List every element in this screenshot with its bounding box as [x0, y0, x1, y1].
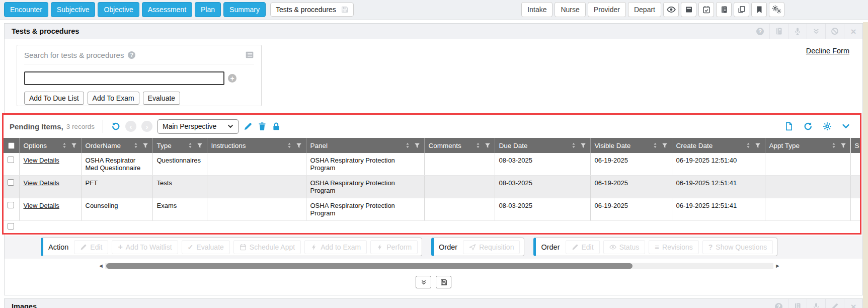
- scrollbar-thumb[interactable]: [106, 263, 633, 269]
- close-icon[interactable]: ×: [844, 299, 862, 308]
- nav-objective-button[interactable]: Objective: [98, 2, 139, 17]
- nav-summary-button[interactable]: Summary: [223, 2, 266, 17]
- add-to-waitlist-button[interactable]: +Add To Waitlist: [112, 240, 178, 254]
- edit-perspective-icon[interactable]: [244, 122, 253, 131]
- search-help-icon[interactable]: ?: [128, 51, 135, 59]
- sort-icon: [286, 142, 292, 148]
- list-view-icon[interactable]: [245, 50, 254, 59]
- edit-pencil-icon[interactable]: [825, 299, 844, 308]
- scroll-left-arrow[interactable]: ◄: [98, 263, 104, 269]
- collapse-grid-chevron-icon[interactable]: [842, 122, 850, 130]
- stage-nurse-button[interactable]: Nurse: [555, 2, 585, 17]
- vertical-scroll-strip[interactable]: [863, 22, 868, 308]
- undo-icon[interactable]: [111, 122, 120, 131]
- view-details-link[interactable]: View Details: [24, 157, 59, 164]
- stage-intake-button[interactable]: Intake: [521, 2, 553, 17]
- stage-depart-button[interactable]: Depart: [628, 2, 661, 17]
- bookmark-icon[interactable]: [751, 2, 767, 17]
- options-cell: View Details: [19, 176, 81, 198]
- column-header-ordername[interactable]: OrderName: [81, 138, 152, 153]
- column-header-status[interactable]: S: [850, 138, 860, 153]
- journal-icon[interactable]: [716, 2, 732, 17]
- sort-icon: [571, 142, 577, 148]
- pending-items-count: 3 records: [66, 123, 95, 130]
- comments-cell: [424, 153, 495, 176]
- row-checkbox[interactable]: [8, 202, 14, 208]
- book-icon[interactable]: [788, 299, 807, 308]
- column-header-create-date[interactable]: Create Date: [672, 138, 765, 153]
- scroll-right-arrow[interactable]: ►: [775, 263, 780, 269]
- next-page-icon[interactable]: ›: [141, 121, 152, 132]
- eye-icon[interactable]: [663, 2, 679, 17]
- stage-provider-button[interactable]: Provider: [588, 2, 626, 17]
- type-cell: Tests: [152, 176, 207, 198]
- collapse-button[interactable]: [416, 276, 431, 288]
- close-icon[interactable]: ×: [844, 24, 862, 39]
- search-input[interactable]: [24, 71, 224, 85]
- column-header-due-date[interactable]: Due Date: [495, 138, 590, 153]
- grid-settings-gear-icon[interactable]: [823, 122, 832, 131]
- evaluate-button[interactable]: Evaluate: [143, 92, 180, 105]
- edit-button[interactable]: Edit: [74, 240, 108, 254]
- add-to-exam-action-button[interactable]: Add to Exam: [304, 240, 367, 254]
- new-document-icon[interactable]: [784, 122, 794, 131]
- save-button[interactable]: [436, 276, 451, 288]
- column-header-appt-type[interactable]: Appt Type: [765, 138, 850, 153]
- column-header-type[interactable]: Type: [152, 138, 207, 153]
- order-edit-button[interactable]: Edit: [566, 240, 600, 254]
- view-details-link[interactable]: View Details: [24, 179, 59, 187]
- column-header-instructions[interactable]: Instructions: [207, 138, 306, 153]
- show-questions-button[interactable]: ?Show Questions: [702, 240, 773, 254]
- collapse-section-icon[interactable]: [807, 24, 825, 39]
- tests-procedures-panel: Tests & procedures ? × Decline Form Sear…: [4, 23, 863, 295]
- microphone-icon[interactable]: [788, 24, 807, 39]
- delete-perspective-icon[interactable]: [258, 122, 267, 131]
- evaluate-action-button[interactable]: ✓Evaluate: [182, 240, 230, 254]
- requisition-button[interactable]: Requisition: [463, 240, 520, 254]
- help-icon[interactable]: ?: [769, 299, 788, 308]
- due-date-cell: 08-03-2025: [495, 153, 590, 176]
- book-icon[interactable]: [769, 24, 788, 39]
- type-cell: Exams: [152, 198, 207, 221]
- help-icon[interactable]: ?: [751, 24, 769, 39]
- schedule-appt-button[interactable]: Schedule Appt: [233, 240, 301, 254]
- nav-assessment-button[interactable]: Assessment: [142, 2, 192, 17]
- row-checkbox[interactable]: [8, 223, 14, 229]
- type-cell: Questionnaires: [152, 153, 207, 176]
- select-all-checkbox[interactable]: [8, 142, 15, 149]
- row-checkbox[interactable]: [8, 157, 14, 163]
- search-label-row: Search for tests & procedures ?: [24, 50, 254, 64]
- decline-form-link[interactable]: Decline Form: [806, 47, 849, 55]
- block-icon[interactable]: [825, 24, 844, 39]
- order-revisions-button[interactable]: ≡Revisions: [649, 240, 698, 254]
- column-header-options[interactable]: Options: [19, 138, 81, 153]
- archive-icon[interactable]: [681, 2, 696, 17]
- filter-icon: [414, 142, 420, 148]
- lock-perspective-icon[interactable]: [272, 122, 281, 131]
- previous-page-icon[interactable]: ‹: [125, 121, 136, 132]
- perform-button[interactable]: Perform: [370, 240, 418, 254]
- add-search-icon[interactable]: +: [228, 74, 236, 83]
- order-status-button[interactable]: Status: [603, 240, 646, 254]
- add-to-exam-button[interactable]: Add To Exam: [88, 92, 139, 105]
- new-item-row: [4, 221, 860, 234]
- row-checkbox[interactable]: [8, 179, 14, 186]
- nav-subjective-button[interactable]: Subjective: [51, 2, 96, 17]
- copy-icon[interactable]: [734, 2, 749, 17]
- settings-gears-icon[interactable]: [769, 2, 784, 17]
- nav-encounter-button[interactable]: Encounter: [4, 2, 48, 17]
- perspective-select[interactable]: Main Perspective: [157, 119, 239, 134]
- column-header-comments[interactable]: Comments: [424, 138, 495, 153]
- order-group-2: Order Edit Status ≡Revisions ?Show Quest…: [533, 238, 777, 256]
- tab-tests-procedures[interactable]: Tests & procedures: [270, 3, 354, 17]
- calendar-check-icon[interactable]: [698, 2, 714, 17]
- add-to-due-list-button[interactable]: Add To Due List: [24, 92, 84, 105]
- microphone-icon[interactable]: [807, 299, 825, 308]
- refresh-icon[interactable]: [804, 122, 813, 131]
- view-details-link[interactable]: View Details: [24, 202, 59, 209]
- nav-plan-button[interactable]: Plan: [195, 2, 221, 17]
- top-toolbar: Encounter Subjective Objective Assessmen…: [0, 0, 868, 20]
- column-header-visible-date[interactable]: Visible Date: [590, 138, 672, 153]
- filter-icon: [662, 142, 668, 148]
- column-header-panel[interactable]: Panel: [306, 138, 424, 153]
